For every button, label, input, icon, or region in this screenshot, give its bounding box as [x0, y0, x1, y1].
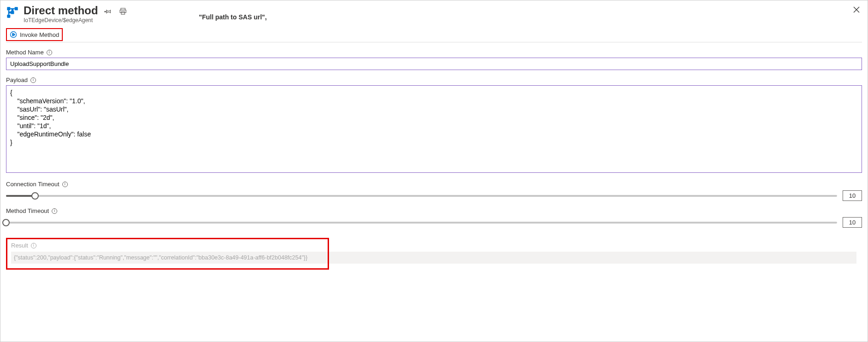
svg-rect-1	[15, 7, 18, 10]
connection-timeout-value[interactable]: 10	[843, 190, 862, 201]
direct-method-icon	[6, 6, 19, 19]
connection-timeout-slider[interactable]	[6, 195, 837, 197]
pin-icon[interactable]	[104, 8, 111, 15]
print-icon[interactable]	[120, 8, 126, 15]
connection-timeout-label: Connection Timeout i	[6, 181, 862, 188]
breadcrumb: IoTEdgeDevice/$edgeAgent	[24, 17, 98, 24]
payload-label: Payload i	[6, 77, 862, 83]
result-label: Result i	[11, 242, 324, 249]
invoke-method-label: Invoke Method	[20, 31, 59, 38]
info-icon[interactable]: i	[52, 208, 57, 214]
close-button[interactable]	[853, 6, 860, 15]
info-icon[interactable]: i	[62, 182, 68, 187]
method-timeout-value[interactable]: 10	[843, 217, 862, 228]
path-hint-text: "Full path to SAS url",	[199, 13, 267, 21]
info-icon[interactable]: i	[31, 243, 36, 248]
method-timeout-label: Method Timeout i	[6, 207, 862, 214]
info-icon[interactable]: i	[47, 50, 52, 55]
info-icon[interactable]: i	[30, 77, 36, 83]
result-section: Result i {"status":200,"payload":{"statu…	[6, 238, 329, 270]
payload-textarea[interactable]	[6, 85, 862, 173]
result-output: {"status":200,"payload":{"status":"Runni…	[11, 252, 324, 264]
method-name-input[interactable]	[6, 58, 862, 70]
method-name-label: Method Name i	[6, 49, 862, 56]
method-timeout-slider[interactable]	[6, 222, 837, 224]
svg-rect-6	[121, 12, 125, 14]
header: Direct method IoTEdgeDevice/$edgeAgent "…	[6, 4, 862, 24]
page-title: Direct method	[24, 4, 98, 17]
svg-rect-3	[7, 15, 10, 18]
svg-rect-5	[120, 10, 126, 13]
divider	[6, 42, 862, 42]
invoke-icon	[10, 31, 17, 38]
svg-rect-0	[7, 7, 10, 10]
invoke-method-button[interactable]: Invoke Method	[6, 28, 63, 41]
